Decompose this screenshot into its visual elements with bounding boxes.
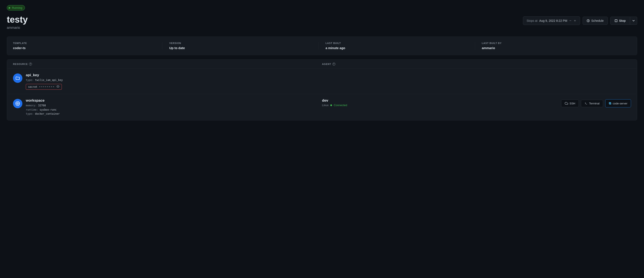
terminal-label: Terminal — [589, 102, 600, 105]
ssh-button[interactable]: SSH — [561, 99, 579, 107]
agent-col-workspace: dev Linux Connected SSH — [322, 98, 631, 107]
last-built-info: LAST BUILT a minute ago — [326, 42, 475, 50]
template-info: TEMPLATE coder-ts — [13, 42, 162, 50]
connected-dot-icon — [330, 104, 332, 106]
agent-actions: SSH Terminal ⧉ code-server — [561, 98, 631, 107]
last-built-by-value: ammario — [482, 46, 624, 50]
last-built-by-info: LAST BUILT BY ammario — [482, 42, 631, 50]
secret-label: secret — [28, 85, 37, 88]
stop-button-group: Stop — [610, 17, 637, 25]
folder-icon — [15, 76, 20, 80]
terminal-icon — [584, 102, 588, 105]
workspace-resource-name: workspace — [26, 98, 60, 103]
api-key-icon — [13, 73, 22, 83]
running-label: Running — [12, 6, 22, 10]
agent-info: dev Linux Connected — [322, 98, 347, 107]
terminal-button[interactable]: Terminal — [581, 100, 603, 107]
increase-time-button[interactable]: + — [574, 19, 576, 23]
resource-col-label: RESOURCE ? — [13, 63, 322, 66]
api-key-info: api_key type: twilio_iam_api_key secret … — [26, 73, 63, 90]
agent-os-label: Linux — [322, 103, 328, 107]
agent-col-label: AGENT ? — [322, 63, 631, 66]
template-value: coder-ts — [13, 46, 155, 50]
api-key-name: api_key — [26, 73, 63, 77]
header-row: testy ammario Stops at Aug 9, 2022 8:22 … — [7, 15, 637, 30]
svg-point-1 — [58, 86, 58, 87]
stop-label: Stop — [619, 19, 626, 23]
chip-icon — [15, 101, 20, 106]
clock-icon — [587, 19, 590, 22]
stop-chevron-button[interactable] — [630, 17, 637, 25]
stops-at-box: Stops at Aug 9, 2022 8:22 PM − + — [523, 17, 580, 25]
info-grid: TEMPLATE coder-ts VERSION Up to date LAS… — [13, 42, 631, 50]
secret-box[interactable]: secret •••••••• — [26, 84, 62, 90]
agent-os: Linux Connected — [322, 103, 347, 107]
workspace-meta: memory: 32768 runtime: sysbox-runc type:… — [26, 103, 60, 116]
resources-header: RESOURCE ? AGENT ? — [7, 60, 637, 69]
workspace-title: testy — [7, 15, 28, 25]
stops-label: Stops at — [526, 19, 538, 23]
resource-help-icon[interactable]: ? — [29, 63, 32, 66]
agent-help-icon[interactable]: ? — [332, 63, 336, 66]
stop-button[interactable]: Stop — [610, 17, 630, 25]
version-info: VERSION Up to date — [169, 42, 318, 50]
schedule-label: Schedule — [591, 19, 604, 23]
header-controls: Stops at Aug 9, 2022 8:22 PM − + Schedul… — [523, 17, 637, 25]
workspace-identity: testy ammario — [7, 15, 28, 30]
play-icon — [9, 7, 11, 9]
chevron-down-icon — [632, 20, 635, 22]
schedule-button[interactable]: Schedule — [583, 17, 608, 25]
last-built-label: LAST BUILT — [326, 42, 468, 44]
svg-rect-3 — [17, 103, 18, 104]
connected-text: Connected — [334, 103, 347, 107]
eye-icon[interactable] — [56, 85, 60, 89]
stop-square-icon — [615, 20, 617, 22]
workspace-owner: ammario — [7, 26, 28, 30]
running-badge: Running — [7, 5, 25, 11]
agent-name: dev — [322, 98, 347, 103]
resource-left-workspace: workspace memory: 32768 runtime: sysbox-… — [13, 98, 322, 116]
code-server-label: code-server — [613, 102, 628, 105]
resources-card: RESOURCE ? AGENT ? api_key type: twilio_… — [7, 59, 637, 120]
api-key-meta: type: twilio_iam_api_key — [26, 78, 63, 82]
last-built-value: a minute ago — [326, 46, 468, 50]
decrease-time-button[interactable]: − — [569, 19, 572, 23]
workspace-info: workspace memory: 32768 runtime: sysbox-… — [26, 98, 60, 116]
vs-icon: ⧉ — [609, 101, 611, 105]
workspace-resource-icon — [13, 99, 22, 108]
resource-left-api-key: api_key type: twilio_iam_api_key secret … — [13, 73, 322, 90]
version-label: VERSION — [169, 42, 312, 44]
cloud-icon — [565, 102, 568, 105]
template-label: TEMPLATE — [13, 42, 155, 44]
code-server-button[interactable]: ⧉ code-server — [605, 99, 631, 107]
agent-row-inner: dev Linux Connected SSH — [322, 98, 631, 107]
secret-dots: •••••••• — [39, 85, 55, 88]
version-value: Up to date — [169, 46, 312, 50]
table-row: api_key type: twilio_iam_api_key secret … — [7, 69, 637, 94]
ssh-label: SSH — [570, 102, 576, 105]
info-card: TEMPLATE coder-ts VERSION Up to date LAS… — [7, 37, 637, 55]
last-built-by-label: LAST BUILT BY — [482, 42, 624, 44]
svg-rect-2 — [16, 102, 20, 105]
stops-time: Aug 9, 2022 8:22 PM — [539, 19, 567, 23]
table-row: workspace memory: 32768 runtime: sysbox-… — [7, 94, 637, 120]
